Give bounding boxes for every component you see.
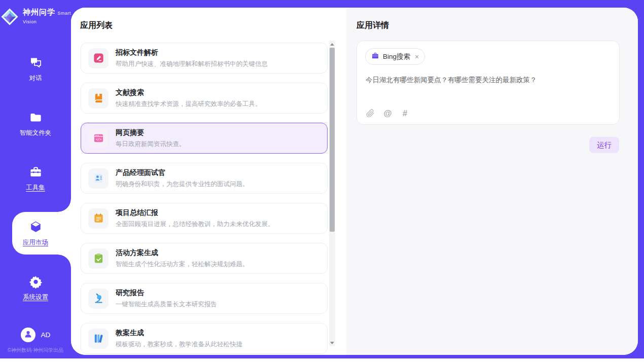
- triangle-up-icon: [330, 43, 334, 46]
- hash-icon[interactable]: #: [400, 108, 410, 118]
- tool-chip-bing-search[interactable]: Bing搜索 ×: [365, 48, 425, 65]
- app-detail-title: 应用详情: [356, 20, 389, 31]
- sidebar-item-toolset[interactable]: 工具集: [0, 165, 71, 192]
- svg-text:</>: </>: [95, 137, 101, 141]
- gear-icon: [29, 275, 43, 288]
- close-icon[interactable]: ×: [415, 53, 419, 60]
- sidebar-item-label: 系统设置: [0, 293, 71, 302]
- sidebar-item-smart-folder[interactable]: 智能文件夹: [0, 111, 71, 137]
- prompt-card: Bing搜索 × 今日湖北有哪些新闻要点？有哪些需要关注的最新政策？ @ #: [356, 41, 620, 125]
- user-account[interactable]: AD: [0, 328, 71, 342]
- app-card-desc: 快速精准查找学术资源，提高研究效率的必备工具。: [116, 100, 262, 108]
- briefcase-icon: [371, 52, 379, 62]
- app-card-4[interactable]: 产品经理面试官明确身份和职责，为您提供专业性的面试问题。: [81, 163, 328, 194]
- toolbox-icon: [29, 165, 43, 179]
- app-card-title: 研究报告: [116, 288, 217, 298]
- code-window-icon: </>: [88, 128, 109, 149]
- sidebar-item-label: 对话: [0, 74, 71, 83]
- book-icon: [88, 88, 109, 108]
- sidebar-item-label: 应用市场: [0, 238, 71, 247]
- at-icon[interactable]: @: [383, 108, 392, 118]
- sidebar-item-app-market[interactable]: 应用市场: [0, 220, 71, 247]
- scroll-up-arrow[interactable]: [329, 41, 335, 47]
- app-cards: 招标文件解析帮助用户快速、准确地理解和解析招标书中的关键信息文献搜索快速精准查找…: [81, 43, 328, 355]
- attachment-toolbar: @ #: [366, 108, 410, 118]
- app-card-6[interactable]: 活动方案生成智能生成个性化活动方案，轻松解决规划难题。: [81, 243, 328, 274]
- app-card-7[interactable]: 研究报告一键智能生成高质量长文本研究报告: [81, 283, 328, 314]
- paperclip-icon[interactable]: [366, 108, 375, 118]
- person-icon: [23, 329, 33, 341]
- sidebar-item-settings[interactable]: 系统设置: [0, 275, 71, 302]
- sidebar: 神州问学 Smart Vision 对话智能文件夹工具集应用市场系统设置 AD …: [0, 0, 71, 358]
- microscope-icon: [88, 288, 109, 309]
- app-card-5[interactable]: 项目总结汇报全面回顾项目进展，总结经验教训，助力未来优化发展。: [81, 203, 328, 234]
- app-card-title: 网页摘要: [116, 128, 186, 137]
- app-card-desc: 帮助用户快速、准确地理解和解析招标书中的关键信息: [116, 60, 268, 68]
- run-button[interactable]: 运行: [589, 137, 619, 153]
- app-card-title: 项目总结汇报: [116, 208, 274, 218]
- scrollbar[interactable]: [329, 41, 335, 346]
- app-card-title: 教案生成: [116, 329, 242, 338]
- triangle-down-icon: [330, 342, 334, 344]
- copyright: ©神州数码·神州问学出品: [0, 347, 71, 354]
- app-list-title: 应用列表: [80, 20, 113, 31]
- app-card-3[interactable]: </>网页摘要每日政府新闻资讯快查。: [81, 123, 328, 154]
- app-canvas: 神州问学 Smart Vision 对话智能文件夹工具集应用市场系统设置 AD …: [0, 0, 644, 358]
- sidebar-item-label: 智能文件夹: [0, 129, 71, 137]
- sidebar-item-chat[interactable]: 对话: [0, 56, 71, 83]
- app-card-title: 文献搜索: [116, 88, 262, 97]
- app-card-8[interactable]: 教案生成模板驱动，教案秒成，教学准备从此轻松快捷: [81, 323, 328, 354]
- scrollbar-thumb[interactable]: [330, 48, 335, 232]
- clipboard-check-icon: [88, 248, 109, 269]
- chat-icon: [29, 56, 43, 69]
- pen-square-icon: [88, 48, 109, 68]
- app-card-2[interactable]: 文献搜索快速精准查找学术资源，提高研究效率的必备工具。: [81, 83, 328, 114]
- tool-chip-label: Bing搜索: [383, 52, 410, 61]
- prompt-input[interactable]: 今日湖北有哪些新闻要点？有哪些需要关注的最新政策？: [366, 76, 611, 85]
- app-detail-panel: 应用详情 Bing搜索 × 今日湖北有哪些新闻要点？有哪些需要关注的最新政策？ …: [346, 8, 638, 355]
- books-icon: [88, 329, 109, 349]
- app-card-desc: 一键智能生成高质量长文本研究报告: [116, 300, 217, 309]
- app-card-title: 招标文件解析: [116, 48, 268, 57]
- app-card-desc: 智能生成个性化活动方案，轻松解决规划难题。: [116, 260, 249, 269]
- main-container: 应用列表 招标文件解析帮助用户快速、准确地理解和解析招标书中的关键信息文献搜索快…: [71, 8, 638, 355]
- app-list-panel: 应用列表 招标文件解析帮助用户快速、准确地理解和解析招标书中的关键信息文献搜索快…: [71, 8, 346, 355]
- app-card-title: 活动方案生成: [116, 248, 249, 258]
- app-card-desc: 每日政府新闻资讯快查。: [116, 140, 186, 149]
- scroll-down-arrow[interactable]: [329, 340, 335, 346]
- app-card-desc: 全面回顾项目进展，总结经验教训，助力未来优化发展。: [116, 220, 274, 229]
- brand: 神州问学 Smart Vision: [0, 7, 71, 26]
- app-card-title: 产品经理面试官: [116, 168, 249, 177]
- brand-name: 神州问学: [23, 8, 55, 16]
- note-icon: [88, 208, 109, 229]
- user-label: AD: [41, 331, 51, 339]
- cube-icon: [29, 220, 43, 234]
- app-card-1[interactable]: 招标文件解析帮助用户快速、准确地理解和解析招标书中的关键信息: [81, 43, 328, 74]
- folder-icon: [29, 111, 43, 124]
- app-card-desc: 模板驱动，教案秒成，教学准备从此轻松快捷: [116, 340, 242, 349]
- diamond-logo-icon: [0, 7, 19, 26]
- app-card-desc: 明确身份和职责，为您提供专业性的面试问题。: [116, 180, 249, 189]
- interviewer-icon: [88, 168, 109, 189]
- sidebar-item-label: 工具集: [0, 184, 71, 192]
- avatar: [21, 328, 35, 342]
